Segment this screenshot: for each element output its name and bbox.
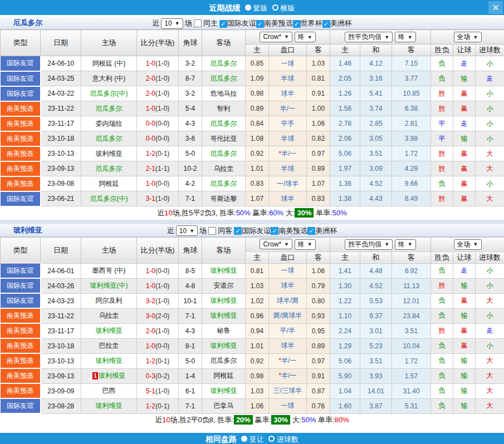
handicap-cell: 平手 <box>269 116 307 131</box>
final-select-1[interactable]: 终▼ <box>295 32 316 42</box>
col-date: 日期 <box>41 30 81 56</box>
handicap-cell: 一球 <box>269 56 307 71</box>
col-avg-away: 客 <box>392 45 431 56</box>
avg-odds-select[interactable]: 胜平负均值▼ <box>345 32 393 42</box>
same-venue-checkbox[interactable] <box>194 19 202 27</box>
home-team-cell[interactable]: 阿尔及利 <box>81 293 137 308</box>
competition-label[interactable]: 南美预选 <box>278 226 307 235</box>
table-row: 南美预选23-10-13玻利维亚1-2(0-1)5-0厄瓜多尔0.92*半/一0… <box>1 146 504 161</box>
home-team-cell[interactable]: 意大利 (中) <box>81 71 137 86</box>
table-row: 南美预选23-09-13厄瓜多尔2-1(1-1)10-2乌拉圭1.01半球0.8… <box>1 161 504 176</box>
away-team-cell[interactable]: 厄瓜多尔 <box>202 71 246 86</box>
games-count-select[interactable]: 10▼ <box>176 225 198 236</box>
competition-label[interactable]: 国际友谊 <box>227 19 256 27</box>
home-team-cell[interactable]: 巴西 <box>81 383 137 398</box>
competition-label[interactable]: 世界杯 <box>301 19 322 27</box>
home-team-cell[interactable]: 玻利维亚 <box>81 146 137 161</box>
competition-checkbox[interactable]: ✓ <box>293 20 301 28</box>
away-team-cell[interactable]: 秘鲁 <box>202 323 246 338</box>
competition-label[interactable]: 美洲杯 <box>330 19 352 27</box>
away-team-cell[interactable]: 乌拉圭 <box>202 161 246 176</box>
score-cell: 3-1(1-0) <box>137 191 179 206</box>
scope-select[interactable]: 全场▼ <box>454 32 482 42</box>
col-score: 比分(半场) <box>137 237 179 263</box>
handicap-result-cell: 赢 <box>453 293 476 308</box>
bookmaker-select[interactable]: Crow*▼ <box>260 239 292 249</box>
away-team-cell[interactable]: 厄瓜多尔 <box>202 56 246 71</box>
home-team-cell[interactable]: 巴拉圭 <box>81 338 137 353</box>
away-team-cell[interactable]: 厄瓜多尔 <box>202 146 246 161</box>
goals-radio[interactable] <box>268 436 275 442</box>
away-team-cell[interactable]: 玻利维亚 <box>202 263 246 278</box>
competition-checkbox[interactable]: ✓ <box>256 20 264 28</box>
home-odds-cell: 1.08 <box>246 131 269 146</box>
close-button[interactable]: ✕ <box>488 1 503 14</box>
away-team-cell[interactable]: 危地马拉 <box>202 86 246 101</box>
horizontal-layout-label[interactable]: 横版 <box>281 4 295 12</box>
handicap-result-cell: 赢 <box>453 161 476 176</box>
competition-checkbox[interactable]: ✓ <box>271 227 278 235</box>
home-team-cell[interactable]: 玻利维亚 <box>81 323 137 338</box>
away-team-cell[interactable]: 安道尔 <box>202 278 246 293</box>
away-team-cell[interactable]: 玻利维亚 <box>202 308 246 323</box>
final-select-2[interactable]: 终▼ <box>395 32 416 42</box>
star-mark: * <box>278 150 281 157</box>
summary-segment: 30% <box>295 208 314 218</box>
final-select-2[interactable]: 终▼ <box>395 239 416 250</box>
home-team-cell[interactable]: 玻利维亚 <box>81 398 137 413</box>
wdl-result-cell: 负 <box>431 368 453 383</box>
home-team-cell[interactable]: 乌拉圭 <box>81 308 137 323</box>
home-team-cell[interactable]: 1玻利维亚 <box>81 368 137 383</box>
competition-checkbox[interactable]: ✓ <box>219 20 227 28</box>
away-team-cell[interactable]: 厄瓜多尔 <box>202 116 246 131</box>
handicap-cell: *半/一 <box>269 353 307 368</box>
away-team-cell[interactable]: 玻利维亚 <box>202 338 246 353</box>
match-date-cell: 23-11-22 <box>41 308 81 323</box>
home-team-cell[interactable]: 厄瓜多尔(中) <box>81 191 137 206</box>
corner-cell: 6-1 <box>179 383 202 398</box>
away-team-cell[interactable]: 阿根廷 <box>202 368 246 383</box>
home-team-cell[interactable]: 厄瓜多尔 <box>81 131 137 146</box>
asian-handicap-label[interactable]: 亚让 <box>249 435 264 443</box>
away-team-cell[interactable]: 巴拿马 <box>202 398 246 413</box>
horizontal-layout-radio[interactable] <box>272 4 278 11</box>
away-team-cell[interactable]: 玻利维亚 <box>202 293 246 308</box>
scope-select[interactable]: 全场▼ <box>454 239 482 250</box>
home-odds-cell: 1.03 <box>246 383 269 398</box>
home-team-cell[interactable]: 墨西哥 (中) <box>81 263 137 278</box>
score-cell: 2-0(1-0) <box>137 86 179 101</box>
handicap-result-cell: 赢 <box>453 338 476 353</box>
vertical-layout-label[interactable]: 竖版 <box>253 4 268 12</box>
competition-label[interactable]: 国际友谊 <box>242 226 271 235</box>
away-team-cell[interactable]: 厄瓜多尔 <box>202 176 246 191</box>
away-team-cell[interactable]: 玻利维亚 <box>202 383 246 398</box>
bookmaker-select[interactable]: Crow*▼ <box>260 32 292 42</box>
home-team-cell[interactable]: 玻利维亚 <box>81 353 137 368</box>
games-count-select[interactable]: 10▼ <box>161 18 183 29</box>
competition-checkbox[interactable]: ✓ <box>234 227 242 235</box>
vertical-layout-radio[interactable] <box>245 4 251 11</box>
competition-label[interactable]: 南美预选 <box>264 19 293 27</box>
goals-label[interactable]: 进球数 <box>277 435 299 443</box>
asian-handicap-radio[interactable] <box>241 436 247 442</box>
competition-checkbox[interactable]: ✓ <box>322 20 330 28</box>
goals-result-cell: 大 <box>476 353 504 368</box>
home-team-cell[interactable]: 阿根廷 <box>81 176 137 191</box>
home-team-cell[interactable]: 厄瓜多尔 <box>81 161 137 176</box>
same-venue-checkbox[interactable] <box>208 227 216 235</box>
away-team-cell[interactable]: 智利 <box>202 101 246 116</box>
home-team-cell[interactable]: 厄瓜多尔(中) <box>81 86 137 101</box>
home-team-cell[interactable]: 厄瓜多尔 <box>81 101 137 116</box>
avg-odds-select[interactable]: 胜平负均值▼ <box>345 239 393 250</box>
final-select-1[interactable]: 终▼ <box>295 239 316 250</box>
same-venue-label: 同主 <box>203 17 218 29</box>
home-odds-cell: 0.81 <box>246 263 269 278</box>
away-team-cell[interactable]: 哥斯达黎 <box>202 191 246 206</box>
home-team-cell[interactable]: 阿根廷 (中) <box>81 56 137 71</box>
away-team-cell[interactable]: 哥伦比亚 <box>202 131 246 146</box>
competition-checkbox[interactable]: ✓ <box>307 227 315 235</box>
home-team-cell[interactable]: 委内瑞拉 <box>81 116 137 131</box>
home-team-cell[interactable]: 玻利维亚(中) <box>81 278 137 293</box>
competition-label[interactable]: 美洲杯 <box>315 226 337 235</box>
away-team-cell[interactable]: 厄瓜多尔 <box>202 353 246 368</box>
